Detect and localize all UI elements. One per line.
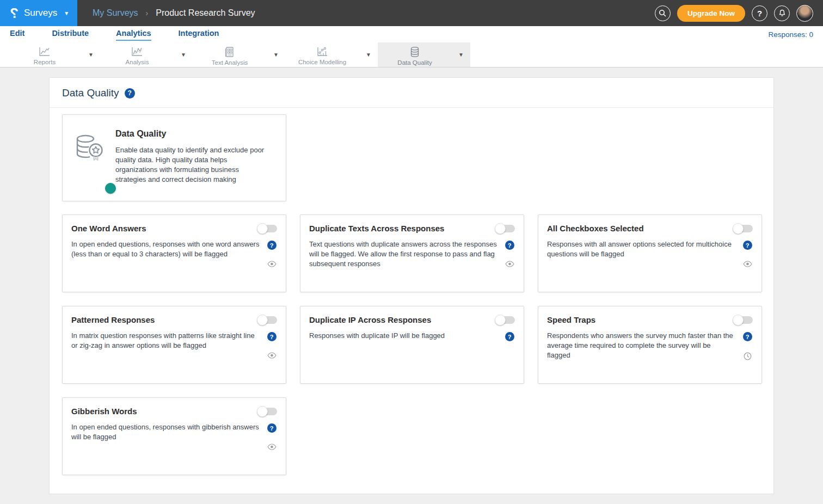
rule-help-icon[interactable]: ? [743,332,752,341]
rule-toggle[interactable] [257,316,277,324]
reports-chart-icon [38,46,51,57]
rule-card-description: Responses with all answer options select… [547,239,735,267]
eye-icon[interactable] [267,444,277,450]
upgrade-now-button[interactable]: Upgrade Now [677,5,745,22]
rule-card-title: Gibberish Words [71,407,137,416]
data-quality-panel: Data Quality ? Data [49,77,774,494]
rule-card-description: In matrix question responses with patter… [71,331,260,359]
rule-card-title: One Word Answers [71,224,146,233]
toolbar-tab-choice-modelling[interactable]: Choice Modelling ▼ [285,42,378,67]
rule-card-title: Duplicate IP Across Responses [309,315,431,324]
product-name: Surveys [24,8,57,19]
rule-help-icon[interactable]: ? [505,241,514,250]
feature-card-description: Enable data quality to identify and excl… [115,145,271,185]
feature-card-title: Data Quality [115,129,276,139]
breadcrumb-separator-icon: › [146,9,149,17]
text-analysis-dropdown-caret-icon[interactable]: ▼ [267,52,285,58]
data-quality-dropdown-caret-icon[interactable]: ▼ [452,52,470,58]
rule-help-icon[interactable]: ? [267,241,277,250]
clock-icon[interactable] [744,352,752,360]
rule-card: Gibberish Words In open ended questions,… [62,397,286,475]
rule-toggle[interactable] [495,316,515,324]
rule-card-description: In open ended questions, responses with … [71,239,260,267]
data-quality-icon [409,46,421,58]
rule-card: Duplicate IP Across Responses Responses … [300,306,524,384]
tab-analytics[interactable]: Analytics [116,28,151,41]
eye-icon[interactable] [267,352,277,359]
section-nav: Edit Distribute Analytics Integration Re… [0,26,823,42]
tab-distribute[interactable]: Distribute [52,28,89,41]
rule-card-title: All Checkboxes Selected [547,224,644,233]
rule-card: One Word Answers In open ended questions… [62,214,286,292]
rule-card-title: Duplicate Texts Across Responses [309,224,444,233]
analytics-toolbar: Reports ▼ Analysis ▼ Text Analysis ▼ Cho… [0,42,823,67]
toolbar-tab-data-quality[interactable]: Data Quality ▼ [378,42,470,67]
product-switcher[interactable]: ? Surveys ▼ [0,0,77,26]
rule-card: Patterned Responses In matrix question r… [62,306,286,384]
rule-card-title: Patterned Responses [71,315,155,324]
choice-modelling-dropdown-caret-icon[interactable]: ▼ [359,52,378,58]
search-icon[interactable] [655,5,671,21]
rule-card-title: Speed Traps [547,315,595,324]
rule-toggle[interactable] [257,225,277,232]
rule-cards-grid: One Word Answers In open ended questions… [62,214,761,475]
database-badge-icon [72,129,106,191]
responses-count: Responses: 0 [768,30,813,39]
rule-card: Speed Traps Respondents who answers the … [538,306,762,384]
rule-toggle[interactable] [495,225,515,232]
choice-modelling-icon [316,46,329,57]
breadcrumb: My Surveys › Product Research Survey [77,0,655,26]
analysis-chart-icon [131,46,144,57]
data-quality-feature-card: Data Quality Enable data quality to iden… [62,114,286,201]
rule-toggle[interactable] [733,316,753,324]
main-content: Data Quality ? Data [0,67,823,504]
rule-card-description: Responses with duplicate IP will be flag… [309,331,498,341]
rule-help-icon[interactable]: ? [743,241,752,250]
chevron-down-icon: ▼ [64,10,69,16]
rule-card-description: Text questions with duplicate answers ac… [309,239,498,269]
rule-card: All Checkboxes Selected Responses with a… [538,214,762,292]
rule-card-description: Respondents who answers the survey much … [547,331,735,361]
breadcrumb-my-surveys[interactable]: My Surveys [93,8,138,18]
breadcrumb-current-survey: Product Research Survey [156,8,255,18]
page-title: Data Quality [62,87,119,99]
rule-help-icon[interactable]: ? [267,332,277,341]
toolbar-tab-text-analysis[interactable]: Text Analysis ▼ [193,42,285,67]
toolbar-tab-label: Choice Modelling [298,59,346,65]
rule-help-icon[interactable]: ? [505,332,514,341]
help-icon[interactable]: ? [752,5,767,21]
text-analysis-icon [224,46,236,58]
toolbar-tab-label: Text Analysis [212,59,248,66]
reports-dropdown-caret-icon[interactable]: ▼ [82,52,100,58]
notifications-bell-icon[interactable] [774,5,790,21]
rule-card: Duplicate Texts Across Responses Text qu… [300,214,524,292]
toolbar-tab-reports[interactable]: Reports ▼ [8,42,100,67]
header-actions: Upgrade Now ? [655,0,823,26]
toolbar-tab-analysis[interactable]: Analysis ▼ [100,42,193,67]
analysis-dropdown-caret-icon[interactable]: ▼ [174,52,193,58]
user-avatar[interactable] [796,5,813,22]
eye-icon[interactable] [267,261,277,267]
eye-icon[interactable] [505,261,514,267]
rule-help-icon[interactable]: ? [267,423,277,433]
rule-toggle[interactable] [257,408,277,415]
toolbar-tab-label: Reports [34,59,56,65]
tab-integration[interactable]: Integration [179,28,219,41]
questionpro-logo-icon: ? [10,6,19,20]
rule-toggle[interactable] [733,225,753,232]
tab-edit[interactable]: Edit [10,28,24,41]
toolbar-tab-label: Analysis [126,59,149,65]
rule-card-description: In open ended questions, responses with … [71,422,260,450]
eye-icon[interactable] [743,261,752,267]
page-help-icon[interactable]: ? [125,88,135,99]
top-header: ? Surveys ▼ My Surveys › Product Researc… [0,0,823,26]
toolbar-tab-label: Data Quality [397,59,432,66]
